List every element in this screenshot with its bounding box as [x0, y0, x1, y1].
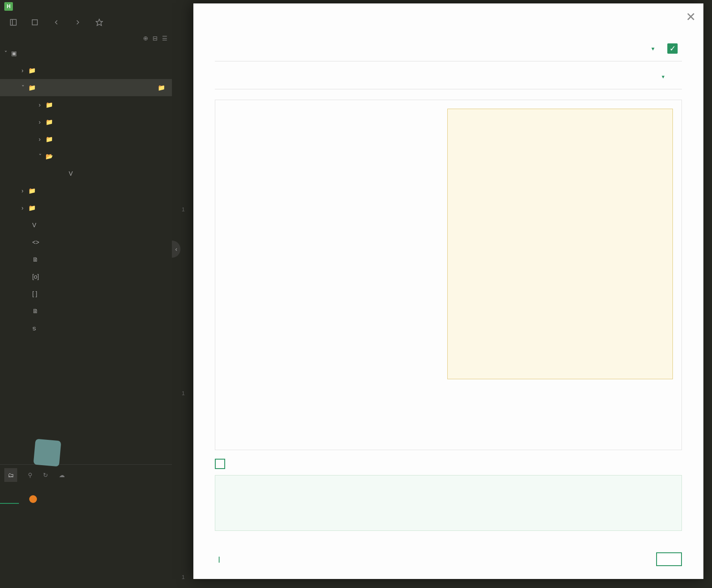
same-dir-checkbox[interactable]: ✓	[667, 43, 682, 54]
star-icon[interactable]	[95, 18, 104, 27]
console-tab-h5[interactable]	[19, 494, 38, 504]
console-tab-main[interactable]	[0, 494, 19, 504]
svg-marker-3	[96, 19, 103, 26]
create-button[interactable]	[656, 552, 682, 566]
tree-font[interactable]: ›📁	[0, 62, 172, 79]
svg-rect-2	[32, 20, 37, 25]
file-tree: ˅▣ ›📁 ˅📁📁 ›📁 ›📁 ›📁 ˅📂 V ›📁 ›📁 V <> 🗎 [o]…	[0, 45, 172, 464]
path-dropdown-icon[interactable]: ▾	[662, 73, 665, 80]
back-icon[interactable]	[52, 18, 61, 27]
template-list[interactable]	[215, 100, 439, 450]
tree-unpackage[interactable]: ›📁	[0, 199, 172, 216]
tree-root[interactable]: ˅▣	[0, 45, 172, 62]
register-checkbox[interactable]	[215, 459, 225, 469]
app-logo: H	[4, 2, 13, 11]
sidebar: ⊕ ⊟ ☰ ˅▣ ›📁 ˅📁📁 ›📁 ›📁 ›📁 ˅📂 V ›📁 ›📁 V <>…	[0, 32, 172, 588]
tree-appvue[interactable]: V	[0, 216, 172, 234]
console-badge	[29, 495, 37, 503]
menu-icon[interactable]: ☰	[162, 35, 168, 42]
sync-icon[interactable]: ↻	[43, 472, 48, 478]
tree-static[interactable]: ›📁	[0, 182, 172, 199]
tree-pages[interactable]: ˅📁📁	[0, 79, 172, 96]
panel-icon[interactable]	[9, 18, 18, 27]
tree-tools: ⊕ ⊟ ☰	[0, 32, 172, 45]
cloud-icon[interactable]: ☁	[59, 472, 65, 478]
svg-rect-0	[10, 19, 16, 25]
tree-uniscss[interactable]: ട	[0, 320, 172, 337]
pages-json-preview	[215, 475, 682, 531]
bottom-bar: 🗂 ⚲ ↻ ☁	[0, 464, 172, 485]
template-preview	[439, 100, 681, 450]
tree-pagesjson[interactable]: [ ]	[0, 285, 172, 302]
tree-testmvvm-file[interactable]: V	[0, 165, 172, 182]
tree-indexhtml[interactable]: <>	[0, 234, 172, 251]
debug-icon[interactable]: ⚲	[28, 472, 32, 478]
close-icon[interactable]: ✕	[686, 11, 696, 23]
page-name-input[interactable]	[215, 44, 644, 53]
console-body	[0, 504, 172, 531]
editor-gutter: 1111111122	[172, 32, 189, 588]
tree-home[interactable]: ›📁	[0, 96, 172, 113]
tree-manifest[interactable]: [o]	[0, 268, 172, 285]
tree-testmvvm[interactable]: ˅📂	[0, 148, 172, 165]
console	[0, 485, 172, 588]
tree-unipromise[interactable]: 🗎	[0, 302, 172, 320]
new-page-modal: ✕ ✓ ▾	[193, 3, 703, 579]
file-type-select[interactable]	[644, 45, 654, 52]
tree-index[interactable]: ›📁	[0, 113, 172, 131]
collapse-icon[interactable]: ⊟	[153, 35, 158, 42]
explorer-icon[interactable]: 🗂	[4, 468, 17, 482]
tree-mainjs[interactable]: 🗎	[0, 251, 172, 268]
save-icon[interactable]	[30, 18, 40, 27]
locate-icon[interactable]: ⊕	[143, 35, 148, 42]
forward-icon[interactable]	[73, 18, 83, 27]
tree-test2[interactable]: ›📁	[0, 131, 172, 148]
